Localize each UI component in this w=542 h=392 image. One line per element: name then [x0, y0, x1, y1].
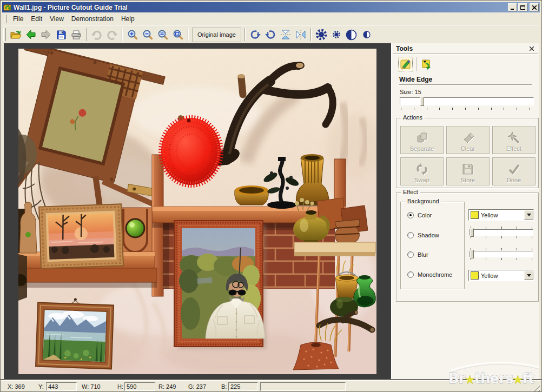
redo-button[interactable]: [104, 28, 120, 42]
radio-color-circle[interactable]: [407, 212, 414, 218]
image-canvas: [4, 43, 391, 380]
flip-vertical-button[interactable]: [278, 28, 293, 42]
close-button[interactable]: [530, 3, 539, 11]
size-slider-thumb[interactable]: [420, 97, 424, 106]
blur-slider[interactable]: [470, 248, 533, 263]
separate-button[interactable]: Separate: [400, 126, 444, 154]
radio-blur-circle[interactable]: [407, 251, 414, 258]
extract-tool-button[interactable]: [419, 57, 434, 71]
save-icon: [56, 30, 67, 40]
app-icon: [3, 3, 11, 11]
rotate-clockwise-icon: [249, 29, 261, 41]
color-dropdown-value: Yellow: [481, 212, 498, 218]
photo[interactable]: [18, 49, 376, 374]
contrast-increase-button[interactable]: [344, 28, 359, 42]
zoom-in-button[interactable]: [125, 28, 140, 42]
radio-monochrome-label: Monochrome: [418, 271, 452, 278]
radio-color[interactable]: Color: [407, 212, 432, 218]
flip-horizontal-icon: [295, 29, 307, 41]
clear-button[interactable]: Clear: [446, 126, 490, 154]
swap-button[interactable]: Swap: [400, 157, 444, 185]
zoom-fit-icon: [173, 29, 183, 40]
toolbar-separator: [188, 28, 189, 41]
forward-button[interactable]: [38, 28, 54, 42]
maximize-icon: [520, 5, 525, 10]
color-dropdown[interactable]: Yellow: [468, 209, 534, 221]
radio-monochrome[interactable]: Monochrome: [407, 271, 452, 278]
blur-slider-thumb[interactable]: [470, 250, 474, 258]
maximize-button[interactable]: [518, 3, 527, 11]
done-button[interactable]: Done: [492, 157, 536, 185]
monochrome-dropdown[interactable]: Yellow: [468, 270, 534, 281]
slider-ticks: [470, 258, 533, 260]
chevron-down-icon[interactable]: [524, 271, 533, 280]
zoom-fit-button[interactable]: [170, 28, 186, 42]
contrast-decrease-button[interactable]: [359, 28, 374, 42]
turned-wood-capital: [334, 220, 360, 243]
brightness-increase-button[interactable]: [314, 28, 329, 42]
chevron-down-icon[interactable]: [524, 210, 533, 220]
slider-ticks: [470, 248, 533, 250]
rotate-cw-button[interactable]: [248, 28, 263, 42]
resize-grip[interactable]: [533, 384, 540, 391]
effect-button[interactable]: Effect: [492, 126, 536, 154]
shadow-slider-thumb[interactable]: [470, 228, 474, 237]
rotate-counterclockwise-icon: [265, 29, 276, 41]
amber-pot: [235, 185, 269, 205]
small-landscape-painting: [36, 297, 114, 369]
status-x: X: 369: [8, 383, 25, 390]
status-h-label: H:: [117, 383, 123, 390]
size-slider-ticks: [401, 108, 530, 110]
toolbar-separator: [122, 28, 123, 41]
menu-view[interactable]: View: [46, 14, 68, 24]
open-button[interactable]: [8, 28, 23, 42]
effect-group: Effect Background Color Shadow Blur M: [396, 192, 539, 302]
save-button[interactable]: [54, 28, 69, 42]
zoom-out-button[interactable]: [140, 28, 155, 42]
store-button[interactable]: Store: [446, 157, 490, 185]
brightness-increase-icon: [315, 28, 328, 41]
rotate-ccw-button[interactable]: [263, 28, 278, 42]
wide-edge-tool-button[interactable]: [398, 57, 413, 71]
swap-arrows-icon: [415, 162, 429, 176]
back-button[interactable]: [23, 28, 38, 42]
panel-close-button[interactable]: [528, 45, 535, 52]
menu-demonstration[interactable]: Demonstration: [68, 14, 117, 24]
title-bar[interactable]: Wall1.jpg - Picture Cutout Guide Trial: [2, 2, 540, 12]
toolbar-grip[interactable]: [3, 28, 6, 41]
original-image-button[interactable]: Original image: [192, 28, 241, 42]
zoom-actual-button[interactable]: [155, 28, 170, 42]
radio-monochrome-circle[interactable]: [407, 271, 414, 278]
contrast-decrease-icon: [363, 31, 371, 38]
undo-button[interactable]: [89, 28, 104, 42]
radio-blur[interactable]: Blur: [407, 251, 428, 258]
open-icon: [10, 29, 22, 40]
radio-shadow-circle[interactable]: [407, 232, 414, 238]
zoom-actual-icon: [157, 29, 168, 40]
flip-vertical-icon: [280, 29, 292, 41]
status-h-value: 590: [124, 382, 155, 391]
pencil-tool-icon: [400, 58, 412, 70]
print-button[interactable]: [69, 28, 84, 42]
left-edge-shelf: [18, 254, 27, 301]
tool-separator: [416, 57, 417, 71]
menu-edit[interactable]: Edit: [27, 14, 46, 24]
flip-horizontal-button[interactable]: [293, 28, 308, 42]
menu-grip[interactable]: [4, 15, 6, 23]
toolbar: Original image: [2, 25, 540, 44]
radio-shadow[interactable]: Shadow: [407, 232, 439, 238]
yellow-swatch: [471, 211, 479, 219]
minimize-icon: [511, 5, 515, 10]
brightness-decrease-button[interactable]: [329, 28, 344, 42]
menu-file[interactable]: File: [9, 14, 27, 24]
radio-shadow-label: Shadow: [418, 232, 439, 238]
toolbar-separator: [310, 28, 312, 41]
menu-help[interactable]: Help: [117, 14, 138, 24]
status-w: W: 710: [82, 383, 101, 390]
shadow-slider[interactable]: [470, 227, 533, 242]
size-slider[interactable]: [400, 97, 534, 105]
slider-ticks: [470, 236, 533, 238]
radio-blur-label: Blur: [418, 251, 428, 258]
minimize-button[interactable]: [508, 3, 517, 11]
print-icon: [71, 30, 82, 40]
